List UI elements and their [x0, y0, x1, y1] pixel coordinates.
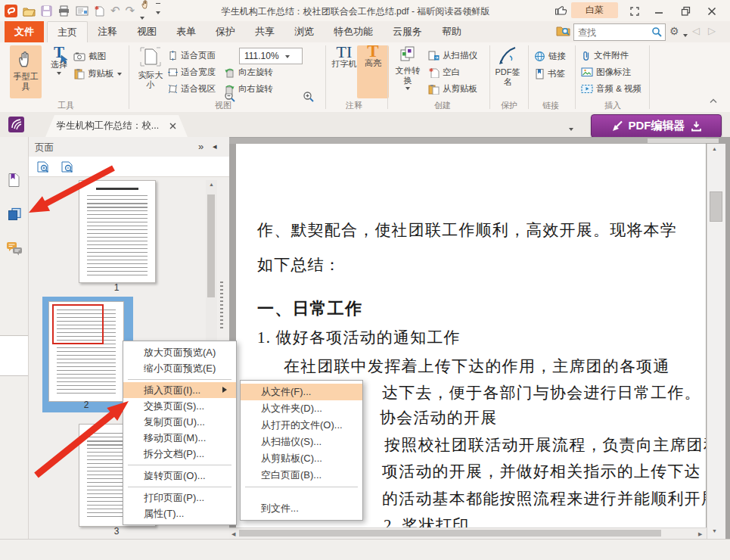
select-tool-button[interactable]: T 选择 — [43, 45, 75, 98]
actual-size-button[interactable]: 实际大小 — [135, 45, 166, 98]
submenu-item[interactable]: 从打开的文件(O)... — [241, 417, 362, 434]
minimize-button[interactable] — [649, 5, 669, 17]
menu-tab[interactable]: 主页 — [47, 21, 88, 42]
menu-tab[interactable]: 保护 — [206, 21, 245, 42]
fit-visible-button[interactable]: 适合视区 — [168, 82, 216, 95]
reader-panel-icon[interactable] — [8, 117, 24, 132]
panel-collapse-icon[interactable]: ◂ — [213, 142, 217, 151]
submenu-item[interactable]: 从文件夹(D)... — [241, 400, 362, 417]
context-menu-item[interactable]: 移动页面(M)... — [123, 430, 236, 446]
menu-tab[interactable]: 帮助 — [432, 21, 471, 42]
like-icon[interactable] — [554, 4, 568, 17]
scroll-right-icon[interactable]: ▶ — [698, 531, 702, 537]
search-settings-dropdown-icon[interactable] — [683, 34, 688, 39]
zoom-in-preview-icon[interactable] — [36, 160, 50, 173]
convert-button[interactable]: 文件转换 — [392, 45, 424, 98]
submenu-item[interactable]: 空白页面(B)... — [241, 467, 362, 484]
search-settings-gear-icon[interactable]: ⚙ — [669, 25, 679, 37]
submenu-item[interactable]: 从剪贴板(C)... — [241, 450, 362, 467]
rotate-right-button[interactable]: 向右旋转 — [224, 82, 273, 95]
search-folder-icon[interactable] — [556, 24, 570, 36]
menu-tab[interactable]: 云服务 — [383, 21, 432, 42]
vertical-scrollbar-thumb[interactable] — [710, 191, 722, 222]
scroll-down-icon[interactable]: ▼ — [712, 528, 717, 534]
menu-tab[interactable]: 表单 — [166, 21, 206, 42]
email-icon[interactable] — [76, 5, 89, 16]
pdf-editor-button[interactable]: PDF编辑器 — [591, 114, 722, 138]
link-button[interactable]: 链接 — [534, 49, 566, 63]
tab-close-icon[interactable] — [169, 123, 176, 129]
panel-scrollbar-thumb[interactable] — [207, 194, 215, 297]
create-from-clipboard-button[interactable]: 从剪贴板 — [428, 82, 477, 95]
submenu-item[interactable]: 从扫描仪(S)... — [241, 434, 362, 450]
document-top-scrollbar[interactable] — [229, 138, 706, 144]
bookmark-button[interactable]: 书签 — [534, 67, 565, 80]
clipboard-button[interactable]: 剪贴板 — [73, 67, 122, 80]
find-previous-icon[interactable]: ◁ — [692, 25, 700, 36]
pages-panel-icon[interactable] — [8, 207, 22, 221]
horizontal-scrollbar-thumb[interactable] — [239, 530, 661, 537]
create-blank-button[interactable]: 空白 — [428, 65, 460, 79]
menu-tab[interactable]: 注释 — [88, 21, 127, 42]
create-from-scanner-button[interactable]: 从扫描仪 — [428, 48, 477, 62]
fullscreen-icon[interactable] — [625, 5, 645, 17]
user-account-badge[interactable]: 白菜 — [571, 2, 618, 18]
scroll-up-icon[interactable]: ▲ — [209, 182, 214, 187]
pdf-sign-button[interactable]: PDF签名 — [492, 45, 523, 98]
zoom-out-preview-icon[interactable] — [61, 160, 74, 173]
snapshot-button[interactable]: 截图 — [73, 49, 106, 63]
submenu-item[interactable]: 到文件... — [241, 500, 362, 517]
close-button[interactable] — [702, 5, 722, 17]
menu-tab[interactable]: 共享 — [245, 21, 284, 42]
page-thumbnail-1[interactable] — [79, 180, 156, 283]
fit-page-button[interactable]: 适合页面 — [168, 48, 216, 62]
context-menu-item[interactable]: 打印页面(P)... — [123, 490, 236, 506]
context-menu-item[interactable]: 复制页面(U)... — [123, 414, 236, 430]
file-attachment-button[interactable]: 文件附件 — [581, 48, 629, 62]
fit-width-button[interactable]: 适合宽度 — [168, 65, 216, 79]
create-pdf-icon[interactable] — [94, 5, 105, 17]
panel-expand-icon[interactable]: » — [198, 141, 203, 152]
open-file-icon[interactable] — [23, 5, 36, 17]
context-menu-item[interactable]: 旋转页面(O)... — [123, 468, 236, 484]
context-menu-item[interactable]: 放大页面预览(A) — [123, 344, 236, 360]
context-menu-item[interactable]: 缩小页面预览(E) — [123, 360, 236, 376]
hand-tool-button[interactable]: 手型工具 — [10, 45, 42, 98]
submenu-item[interactable]: 从文件(F)... — [241, 384, 362, 400]
bookmarks-panel-icon[interactable] — [7, 173, 21, 188]
zoom-in-icon[interactable] — [303, 91, 315, 103]
menu-tab[interactable]: 文件 — [5, 21, 44, 42]
scroll-left-icon[interactable]: ◀ — [231, 531, 235, 537]
highlight-button[interactable]: T 高亮 — [357, 45, 389, 98]
rotate-left-button[interactable]: 向左旋转 — [224, 65, 273, 79]
typewriter-button[interactable]: TI 打字机 — [328, 45, 360, 98]
panel-splitter-handle[interactable] — [220, 282, 223, 328]
menu-tab[interactable]: 特色功能 — [324, 21, 383, 42]
menu-tab[interactable]: 视图 — [127, 21, 166, 42]
context-menu-item[interactable]: 插入页面(I)... — [123, 382, 236, 398]
comments-panel-icon[interactable] — [6, 241, 23, 257]
page-thumbnail-2-selection[interactable]: 2 — [42, 297, 133, 412]
search-icon[interactable] — [651, 26, 663, 38]
image-annotation-button[interactable]: 图像标注 — [581, 65, 631, 79]
zoom-level-combobox[interactable]: 111.10% — [239, 48, 303, 64]
menu-tab[interactable]: 浏览 — [284, 21, 324, 42]
save-icon[interactable] — [41, 5, 52, 17]
redo-icon[interactable]: ↷ — [126, 4, 135, 17]
audio-video-button[interactable]: 音频 & 视频 — [581, 82, 641, 95]
search-input[interactable] — [574, 26, 651, 39]
collapse-ribbon-icon[interactable] — [710, 98, 717, 104]
editor-dropdown-icon[interactable] — [569, 128, 573, 133]
find-next-icon[interactable]: ▷ — [708, 25, 716, 36]
scroll-up-icon[interactable]: ▲ — [712, 146, 717, 151]
context-menu-item[interactable]: 拆分文档(P)... — [123, 446, 236, 462]
document-top-scrollbar-thumb[interactable] — [648, 138, 719, 143]
undo-icon[interactable]: ↶ — [110, 4, 120, 17]
context-menu-item[interactable]: 属性(T)... — [123, 506, 236, 521]
document-tab[interactable]: 学生机构工作总结：校... — [45, 115, 188, 137]
hand-mode-toggle-icon[interactable] — [140, 0, 151, 23]
customize-toolbar-icon[interactable] — [156, 3, 160, 18]
print-icon[interactable] — [57, 5, 70, 17]
context-menu-item[interactable]: 交换页面(S)... — [123, 398, 236, 414]
restore-button[interactable] — [676, 5, 695, 17]
